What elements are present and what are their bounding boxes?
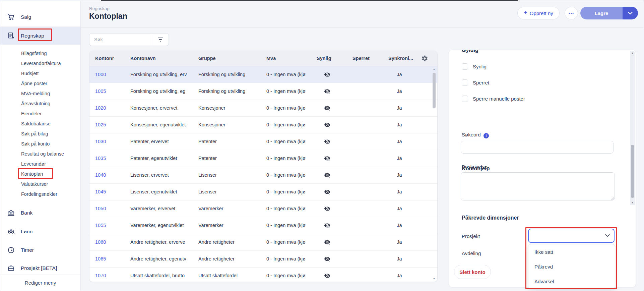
account-number-link[interactable]: 1020: [95, 105, 115, 111]
ledger-icon: [7, 32, 15, 40]
edit-menu-button[interactable]: Rediger meny: [0, 275, 80, 291]
account-number-link[interactable]: 1065: [95, 256, 115, 261]
account-number-link[interactable]: 1040: [95, 172, 115, 178]
sidebar-subitem[interactable]: Budsjett: [0, 68, 80, 78]
table-row[interactable]: 1020 Konsesjoner, ervervet Konsesjoner 0…: [89, 100, 437, 117]
dropdown-option[interactable]: Påkrevd: [528, 259, 615, 274]
checkbox-row[interactable]: Sperre manuelle poster: [462, 95, 525, 102]
synced-cell: Ja: [393, 105, 406, 111]
breadcrumb[interactable]: Regnskap: [89, 6, 110, 11]
scroll-up-arrow[interactable]: [630, 52, 635, 55]
scrollbar-thumb[interactable]: [631, 145, 634, 198]
table-row[interactable]: 1050 Varemerker, ervervet Varemerker 0 -…: [89, 200, 437, 217]
account-mva-cell: 0 - Ingen mva (kjø: [266, 206, 320, 211]
scroll-up-arrow[interactable]: [432, 68, 436, 71]
table-row[interactable]: 1045 Lisenser, egenutviklet Lisenser 0 -…: [89, 184, 437, 200]
table-row[interactable]: 1035 Patenter, egenutviklet Patenter 0 -…: [89, 150, 437, 167]
account-number-link[interactable]: 1035: [95, 156, 115, 161]
table-scrollbar[interactable]: [432, 67, 436, 281]
sidebar-subitem[interactable]: Eiendeler: [0, 109, 80, 119]
column-header-synkronisert[interactable]: Synkroni...: [388, 56, 413, 61]
account-number-link[interactable]: 1030: [95, 139, 115, 144]
sidebar-item-lonn[interactable]: Lønn: [0, 224, 80, 239]
column-header-mva[interactable]: Mva: [266, 56, 276, 61]
dropdown-option[interactable]: Advarsel: [528, 274, 615, 289]
table-row[interactable]: 1070 Utsatt skattefordel, brutto Utsatt …: [89, 268, 437, 282]
scroll-down-arrow[interactable]: [630, 201, 635, 204]
sidebar-item-timer[interactable]: Timer: [0, 243, 80, 257]
table-header-row: Kontonr Kontonavn Gruppe Mva Synlig Sper…: [89, 51, 437, 66]
sidebar-item-salg[interactable]: Salg: [0, 10, 80, 24]
create-new-button[interactable]: + Opprett ny: [517, 7, 560, 19]
account-number-link[interactable]: 1060: [95, 239, 115, 245]
column-header-synlig[interactable]: Synlig: [317, 56, 331, 61]
eye-off-icon: [324, 222, 330, 230]
sidebar-subitem[interactable]: Søk på bilag: [0, 129, 80, 139]
sidebar-subitem[interactable]: Søk på konto: [0, 139, 80, 149]
sidebar-item-regnskap[interactable]: Regnskap: [0, 26, 80, 45]
prosjekt-select[interactable]: [528, 229, 615, 243]
scrollbar-thumb[interactable]: [433, 73, 436, 108]
checkbox[interactable]: [462, 63, 468, 70]
more-options-button[interactable]: ...: [565, 7, 578, 19]
panel-scrollbar[interactable]: [630, 51, 635, 205]
table-row[interactable]: 1065 Andre rettigheter, egenutv Andre re…: [89, 251, 437, 268]
sokeord-input[interactable]: [461, 141, 614, 154]
delete-account-button[interactable]: Slett konto: [454, 265, 491, 279]
sidebar-subitem[interactable]: Valutakurser: [0, 179, 80, 189]
table-row[interactable]: 1030 Patenter, ervervet Patenter 0 - Ing…: [89, 133, 437, 150]
account-mva-cell: 0 - Ingen mva (kjø: [266, 273, 320, 278]
search-input[interactable]: [89, 37, 152, 42]
sidebar-subitem[interactable]: Åpne poster: [0, 78, 80, 89]
checkbox[interactable]: [462, 96, 468, 102]
sidebar-subitem[interactable]: Leverandørfaktura: [0, 58, 80, 68]
checkbox-row[interactable]: Sperret: [462, 79, 489, 86]
sidebar-item-bank[interactable]: Bank: [0, 206, 80, 220]
save-button[interactable]: Lagre: [580, 7, 623, 19]
prosjekt-label: Prosjekt: [462, 233, 480, 239]
synced-cell: Ja: [393, 223, 406, 228]
table-row[interactable]: 1005 Forskning og utvikling, eg Forsknin…: [89, 83, 437, 100]
checkbox-label: Sperret: [473, 80, 489, 85]
sidebar-subitem[interactable]: Resultat og balanse: [0, 149, 80, 159]
column-header-kontonr[interactable]: Kontonr: [95, 56, 114, 61]
column-header-kontonavn[interactable]: Kontonavn: [130, 56, 156, 61]
account-name-cell: Lisenser, ervervet: [130, 172, 196, 178]
info-icon[interactable]: i: [484, 133, 489, 138]
account-number-link[interactable]: 1070: [95, 273, 115, 278]
column-header-sperret[interactable]: Sperret: [352, 56, 370, 61]
checkbox-row[interactable]: Synlig: [462, 63, 487, 70]
account-number-link[interactable]: 1045: [95, 189, 115, 194]
sidebar-subitem[interactable]: MVA-melding: [0, 89, 80, 99]
eye-off-icon: [324, 172, 330, 179]
filter-button[interactable]: [152, 34, 169, 46]
account-group-cell: Andre rettigheter: [198, 239, 264, 245]
account-mva-cell: 0 - Ingen mva (kjø: [266, 223, 320, 228]
save-dropdown-toggle[interactable]: [623, 7, 638, 19]
column-header-gruppe[interactable]: Gruppe: [198, 56, 216, 61]
table-row[interactable]: 1025 Konsesjoner, egenutviklet Konsesjon…: [89, 117, 437, 133]
account-number-link[interactable]: 1005: [95, 89, 115, 94]
sidebar-subitem[interactable]: Saldobalanse: [0, 119, 80, 129]
sidebar-subitem[interactable]: Fordelingsnøkler: [0, 189, 80, 199]
account-number-link[interactable]: 1025: [95, 122, 115, 127]
table-row[interactable]: 1040 Lisenser, ervervet Lisenser 0 - Ing…: [89, 167, 437, 184]
checkbox[interactable]: [462, 79, 468, 86]
table-row[interactable]: 1055 Varemerker, egenutviklet Varemerker…: [89, 217, 437, 234]
account-number-link[interactable]: 1000: [95, 72, 115, 77]
sidebar-subitem[interactable]: Bilagsføring: [0, 48, 80, 58]
table-row[interactable]: 1000 Forskning og utvikling, erv Forskni…: [89, 66, 437, 83]
account-number-link[interactable]: 1050: [95, 206, 115, 211]
sidebar-subitem[interactable]: Kontoplan: [0, 169, 80, 179]
sidebar-subitem[interactable]: Årsavslutning: [0, 99, 80, 109]
sidebar-item-prosjekt[interactable]: Prosjekt [BETA]: [0, 261, 80, 276]
dropdown-option[interactable]: Ikke satt: [528, 244, 615, 259]
account-number-link[interactable]: 1055: [95, 223, 115, 228]
table-settings-button[interactable]: [421, 55, 428, 63]
scroll-down-arrow[interactable]: [432, 277, 436, 280]
account-name-cell: Forskning og utvikling, erv: [130, 72, 196, 77]
save-split-button[interactable]: Lagre: [580, 7, 638, 19]
sidebar-subitem[interactable]: Leverandør: [0, 159, 80, 169]
beskrivelse-textarea[interactable]: [461, 172, 615, 200]
table-row[interactable]: 1060 Andre rettigheter, erverve Andre re…: [89, 234, 437, 251]
